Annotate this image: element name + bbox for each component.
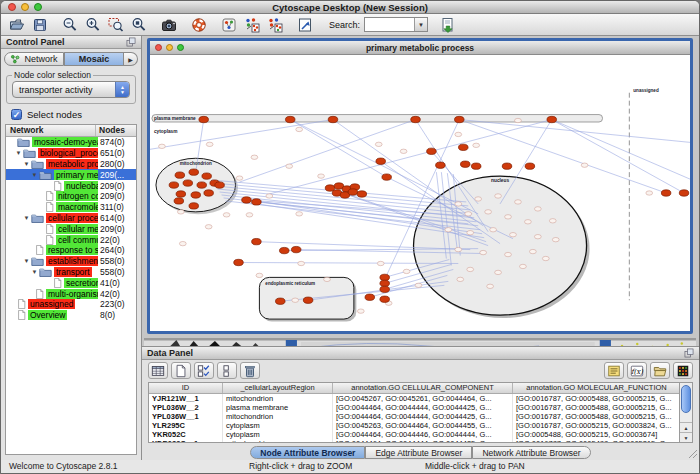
table-row[interactable]: YDR039C__1mitochondrion[GO:0044464, GO:0… — [149, 439, 679, 442]
scroll-up-icon[interactable]: ▲ — [680, 422, 692, 432]
expander-icon[interactable]: ▼ — [22, 215, 31, 221]
red-node[interactable] — [547, 116, 557, 122]
red-node[interactable] — [252, 199, 262, 205]
attribute-editor-icon[interactable] — [604, 362, 624, 379]
red-node[interactable] — [380, 274, 390, 280]
table-row[interactable]: YJR121W__1mitochondrion[GO:0045267, GO:0… — [149, 394, 679, 403]
white-node[interactable] — [236, 176, 243, 180]
red-node[interactable] — [471, 163, 481, 169]
white-node[interactable] — [467, 231, 474, 235]
white-node[interactable] — [400, 149, 407, 153]
red-node[interactable] — [234, 259, 244, 265]
red-node[interactable] — [365, 294, 375, 300]
red-node[interactable] — [382, 174, 392, 180]
white-node[interactable] — [457, 277, 464, 281]
white-node[interactable] — [495, 194, 502, 198]
tree-item[interactable]: ▼biological_process651(0) — [6, 148, 136, 159]
zoom-fit-icon[interactable] — [129, 15, 149, 34]
red-node[interactable] — [252, 238, 262, 244]
red-node[interactable] — [276, 298, 286, 304]
red-node[interactable] — [328, 116, 338, 122]
white-node[interactable] — [515, 118, 522, 122]
white-node[interactable] — [206, 142, 213, 146]
expander-icon[interactable]: ▼ — [30, 269, 39, 275]
white-node[interactable] — [292, 298, 299, 302]
white-node[interactable] — [375, 142, 382, 146]
tree-item[interactable]: ▼transport558(0) — [6, 267, 136, 278]
white-node[interactable] — [357, 309, 364, 313]
table-row[interactable]: YKR052Ccytoplasm[GO:0044464, GO:0044446,… — [149, 430, 679, 439]
white-node[interactable] — [473, 143, 480, 147]
search-dropdown-icon[interactable]: ▼ — [414, 18, 427, 31]
tree-item[interactable]: Overview8(0) — [6, 310, 136, 321]
network-canvas[interactable]: plasma membranecytoplasmmitochondrionnuc… — [150, 55, 690, 331]
tree-item[interactable]: macromolecule311(0) — [6, 202, 136, 213]
white-node[interactable] — [520, 264, 527, 268]
zoom-view-icon[interactable] — [177, 44, 184, 51]
color-matrix-icon[interactable] — [673, 362, 693, 379]
white-node[interactable] — [223, 213, 230, 217]
network-edge[interactable] — [240, 120, 416, 183]
white-node[interactable] — [525, 220, 532, 224]
red-node[interactable] — [525, 163, 535, 169]
import-network-icon[interactable] — [438, 15, 458, 34]
table-row[interactable]: YLR295Ccytoplasm[GO:0045263, GO:0044464,… — [149, 421, 679, 430]
tree-item[interactable]: ▼establishment of lo558(0) — [6, 256, 136, 267]
red-node[interactable] — [291, 246, 301, 252]
white-node[interactable] — [646, 191, 653, 195]
select-nodes-checkbox[interactable]: ✓ — [11, 109, 22, 120]
red-node[interactable] — [197, 182, 207, 188]
tree-item[interactable]: nitrogen compo209(0) — [6, 191, 136, 202]
red-node[interactable] — [380, 280, 390, 286]
red-node[interactable] — [458, 144, 468, 150]
red-node[interactable] — [189, 203, 199, 209]
expander-icon[interactable]: ▼ — [22, 161, 31, 167]
white-node[interactable] — [246, 213, 253, 217]
white-node[interactable] — [205, 225, 212, 229]
network-edge[interactable] — [552, 120, 690, 180]
red-node[interactable] — [661, 190, 671, 196]
red-node[interactable] — [242, 197, 252, 203]
white-node[interactable] — [552, 237, 559, 241]
red-node[interactable] — [348, 189, 358, 195]
zoom-selected-region-icon[interactable] — [106, 15, 126, 34]
white-node[interactable] — [298, 261, 305, 265]
white-node[interactable] — [318, 174, 325, 178]
scroll-down-icon[interactable]: ▼ — [680, 432, 692, 442]
column-header[interactable]: _cellularLayoutRegion — [223, 383, 333, 393]
network-edge[interactable] — [290, 120, 386, 178]
layout-icon-a[interactable] — [242, 15, 262, 34]
white-node[interactable] — [324, 277, 331, 281]
red-node[interactable] — [411, 116, 421, 122]
red-node[interactable] — [176, 191, 186, 197]
white-node[interactable] — [455, 132, 462, 136]
tree-item[interactable]: cellular metabo209(0) — [6, 223, 136, 234]
expander-icon[interactable]: ▼ — [30, 172, 39, 178]
vizmapper-icon[interactable] — [219, 15, 239, 34]
red-node[interactable] — [455, 116, 465, 122]
white-node[interactable] — [179, 241, 186, 245]
save-session-icon[interactable] — [30, 15, 50, 34]
open-session-icon[interactable] — [7, 15, 27, 34]
expander-icon[interactable]: ▼ — [14, 150, 23, 156]
table-row[interactable]: YPL036W__1mitochondrion[GO:0044464, GO:0… — [149, 412, 679, 421]
red-node[interactable] — [191, 192, 201, 198]
tree-item[interactable]: ▼cellular process614(0) — [6, 213, 136, 224]
white-node[interactable] — [177, 210, 184, 214]
column-header[interactable]: annotation.GO MOLECULAR_FUNCTION — [513, 383, 679, 393]
red-node[interactable] — [183, 180, 193, 186]
tree-item[interactable]: response to stimulu264(0) — [6, 245, 136, 256]
tab-overflow-icon[interactable]: ▶ — [124, 52, 138, 66]
network-view-window[interactable]: primary metabolic process plasma membran… — [147, 38, 693, 334]
combobox-stepper-icon[interactable]: ▲▼ — [115, 82, 129, 97]
annotation-icon[interactable] — [295, 15, 315, 34]
zoom-in-icon[interactable] — [83, 15, 103, 34]
red-node[interactable] — [376, 158, 386, 164]
white-node[interactable] — [510, 233, 517, 237]
scrollbar-thumb[interactable] — [681, 385, 691, 413]
table-scrollbar[interactable]: ▲ ▼ — [679, 383, 692, 442]
tree-item[interactable]: multi-organism pro42(0) — [6, 288, 136, 299]
white-node[interactable] — [542, 256, 549, 260]
white-node[interactable] — [377, 261, 384, 265]
tab-mosaic[interactable]: Mosaic — [64, 52, 124, 66]
